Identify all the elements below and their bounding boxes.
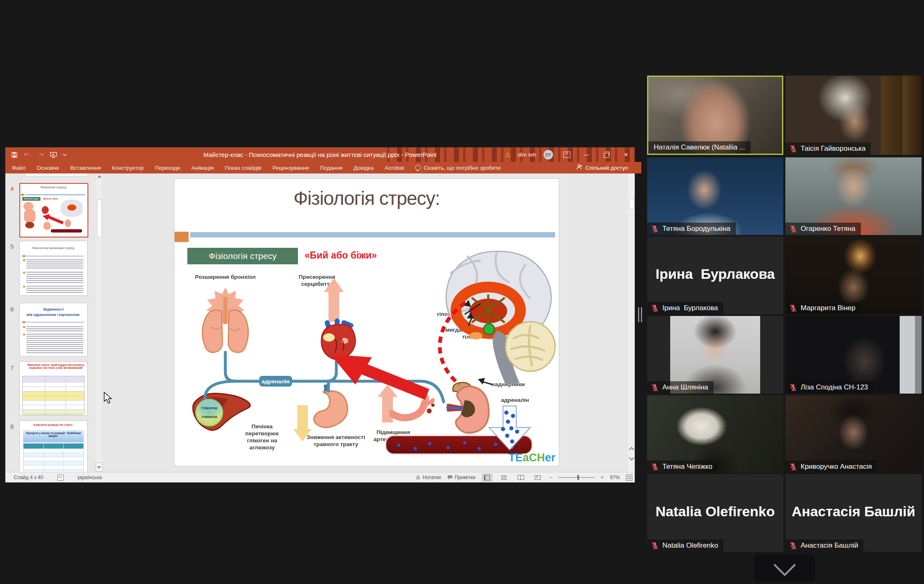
reading-view-button[interactable] bbox=[515, 473, 526, 482]
slide-5-thumbnail[interactable]: Фізіологічні механізми стресу. bbox=[19, 241, 87, 296]
muted-mic-icon bbox=[651, 304, 659, 312]
tab-help[interactable]: Довідка bbox=[354, 165, 374, 171]
next-slide-button[interactable] bbox=[628, 453, 635, 463]
adrenaline-release-arrow bbox=[488, 405, 531, 451]
thumbnail-scroll-down-button[interactable] bbox=[96, 463, 103, 472]
editor-area: 4 Фізіологія стресу: Фізіологія стресу «… bbox=[5, 173, 635, 472]
participant-tile[interactable]: Маргарита Вінер bbox=[785, 237, 922, 314]
slide-8-thumbnail[interactable]: Класичні реакції на стрес: Процеси у моз… bbox=[19, 420, 87, 472]
participant-tile[interactable]: Тетяна Чепіжко bbox=[647, 395, 783, 473]
undo-icon[interactable] bbox=[24, 152, 32, 158]
slide-6-thumbnail[interactable]: Відмінності між адреналіном і кортизолом… bbox=[19, 303, 87, 356]
minimize-button[interactable]: — bbox=[580, 150, 593, 160]
normal-view-button[interactable] bbox=[482, 473, 492, 482]
participant-tile[interactable]: Natalia Olefirenko Natalia Olefirenko bbox=[647, 474, 783, 552]
muted-mic-icon bbox=[651, 463, 659, 471]
redo-icon[interactable] bbox=[38, 152, 44, 158]
slide-7-thumbnail[interactable]: Важливо знати, який відділ автономної не… bbox=[19, 361, 87, 415]
tab-home[interactable]: Основне bbox=[37, 165, 59, 171]
zoom-slider[interactable] bbox=[558, 477, 595, 478]
muted-mic-icon bbox=[789, 225, 797, 233]
participant-name-label: Криворучко Анастасія bbox=[785, 461, 877, 473]
muted-mic-icon bbox=[789, 304, 797, 312]
tab-file[interactable]: Файл bbox=[12, 165, 26, 171]
tab-design[interactable]: Конструктор bbox=[112, 165, 144, 171]
warning-icon[interactable]: ⚠ bbox=[505, 151, 510, 159]
participant-tile[interactable]: Ірина Бурлакова Ірина Бурлакова bbox=[647, 237, 783, 314]
qat-customize-chevron-icon[interactable] bbox=[63, 154, 67, 156]
tab-slideshow[interactable]: Показ слайдів bbox=[225, 165, 261, 171]
mouse-cursor bbox=[104, 392, 113, 404]
share-button[interactable]: Спільний доступ bbox=[576, 162, 628, 173]
save-icon[interactable] bbox=[11, 152, 18, 158]
tab-review[interactable]: Рецензування bbox=[272, 165, 309, 171]
window-resize-handle[interactable] bbox=[638, 307, 643, 322]
muted-mic-icon bbox=[789, 145, 797, 153]
slide-3-thumbnail-partial[interactable] bbox=[25, 173, 88, 176]
participant-name-label: Natalia Olefirenko bbox=[647, 539, 723, 552]
scroll-up-arrow-icon[interactable] bbox=[97, 175, 102, 178]
participant-tile[interactable]: Тетяна Бородулькіна bbox=[647, 157, 783, 235]
muted-mic-icon bbox=[789, 463, 797, 471]
ribbon-display-options-button[interactable] bbox=[560, 150, 573, 160]
thumbnail-scrollbar[interactable] bbox=[96, 173, 102, 472]
tab-transitions[interactable]: Переходи bbox=[155, 165, 180, 171]
restore-button[interactable] bbox=[600, 150, 612, 160]
slide-canvas[interactable]: Фізіологія стресу: Фізіологія стресу «Би… bbox=[175, 179, 559, 466]
participant-tile[interactable]: Ліза Сподіна СН-123 bbox=[785, 316, 922, 394]
tab-animations[interactable]: Анімація bbox=[191, 165, 213, 171]
participant-tile[interactable]: Анна Шляніна bbox=[647, 316, 783, 394]
zoom-out-button[interactable]: − bbox=[549, 475, 552, 480]
comments-icon bbox=[447, 475, 453, 480]
participant-tile[interactable]: Анастасія Башлій Анастасія Башлій bbox=[785, 474, 922, 552]
tab-view[interactable]: Подання bbox=[320, 165, 343, 171]
participant-tile[interactable]: Огаренко Тетяна bbox=[785, 157, 922, 235]
slide-sorter-view-button[interactable] bbox=[499, 473, 509, 482]
slide-5-number: 5 bbox=[10, 243, 14, 250]
muted-mic-icon bbox=[651, 225, 659, 233]
mini-red-arrow bbox=[42, 214, 65, 224]
more-participants-button[interactable] bbox=[754, 555, 815, 582]
comments-toggle[interactable]: Примітки bbox=[447, 475, 475, 480]
mini-table bbox=[22, 376, 85, 413]
slide-counter: Слайд 4 з 40 bbox=[14, 475, 43, 480]
zoom-level[interactable]: 97% bbox=[610, 475, 620, 480]
glycogen-glucose-circle: Глікоген↓глюкоза bbox=[195, 399, 223, 427]
fit-to-window-button[interactable] bbox=[626, 475, 632, 481]
slide-7-number: 7 bbox=[10, 364, 14, 371]
slide-scrollbar[interactable] bbox=[628, 173, 635, 472]
close-button[interactable]: ✕ bbox=[620, 150, 632, 160]
account-name[interactable]: dim teh bbox=[518, 152, 536, 158]
participant-name-label: Маргарита Вінер bbox=[785, 302, 861, 314]
participant-name-label: Наталія Савелюк (Nataliia ... bbox=[648, 141, 751, 154]
participant-tile[interactable]: Наталія Савелюк (Nataliia ... bbox=[647, 76, 783, 155]
account-avatar[interactable]: DT bbox=[544, 150, 553, 159]
label-adrenaline-box: адреналін bbox=[259, 376, 292, 387]
slide-6-number: 6 bbox=[10, 306, 14, 313]
tell-me-box[interactable]: Скажіть, що потрібно зробити bbox=[415, 165, 501, 171]
muted-mic-icon bbox=[651, 541, 659, 550]
tab-acrobat[interactable]: Acrobat bbox=[385, 165, 404, 171]
thumbnail-scrollbar-thumb[interactable] bbox=[97, 199, 102, 237]
previous-slide-button[interactable] bbox=[628, 444, 635, 453]
tab-insert[interactable]: Вставлення bbox=[71, 165, 101, 171]
language-indicator[interactable]: українська bbox=[78, 475, 102, 480]
participant-name-label: Анна Шляніна bbox=[647, 381, 714, 394]
muted-mic-icon bbox=[789, 541, 797, 550]
notes-toggle[interactable]: Нотатки bbox=[416, 475, 441, 480]
participant-name-label: Анастасія Башлій bbox=[785, 539, 863, 552]
add-person-icon bbox=[576, 164, 582, 171]
start-slideshow-icon[interactable] bbox=[50, 152, 57, 158]
participant-display-name: Ірина Бурлакова bbox=[647, 266, 783, 282]
ribbon-tabs: Файл Основне Вставлення Конструктор Пере… bbox=[5, 162, 641, 173]
zoom-slider-thumb[interactable] bbox=[577, 475, 579, 480]
status-bar: Слайд 4 з 40 українська Нотатки Примітки… bbox=[5, 472, 635, 482]
participant-tile[interactable]: Криворучко Анастасія bbox=[785, 395, 922, 473]
spellcheck-icon[interactable] bbox=[57, 475, 64, 481]
slide-4-thumbnail[interactable]: Фізіологія стресу: Фізіологія стресу «Би… bbox=[19, 183, 88, 237]
slideshow-view-button[interactable] bbox=[532, 473, 543, 482]
participant-name-label: Тетяна Чепіжко bbox=[647, 461, 718, 473]
slide-scrollbar-thumb[interactable] bbox=[629, 198, 635, 209]
zoom-in-button[interactable]: + bbox=[601, 475, 604, 480]
participant-tile[interactable]: Таісія Гайворонська bbox=[785, 76, 922, 155]
